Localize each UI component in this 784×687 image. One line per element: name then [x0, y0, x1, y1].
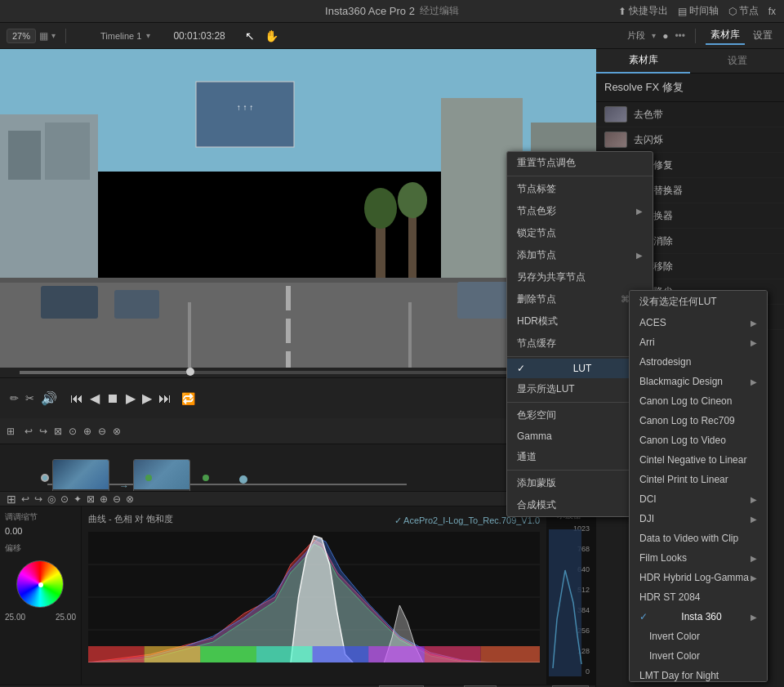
lut-hdr-hlg[interactable]: HDR Hybrid Log-Gamma▶ — [630, 568, 767, 587]
audio-icon[interactable]: 🔊 — [41, 390, 57, 406]
lut-cintel-neg[interactable]: Cintel Negative to Linear — [630, 450, 767, 470]
svg-rect-3 — [45, 123, 90, 180]
cm-node-label[interactable]: 节点标签 — [507, 178, 653, 200]
select-tool[interactable]: ↖ — [245, 29, 255, 42]
loop-icon[interactable]: 🔁 — [181, 392, 195, 405]
svg-rect-29 — [313, 646, 369, 662]
play-icon[interactable]: ▶ — [126, 390, 136, 406]
step-back-icon[interactable]: ◀ — [90, 390, 100, 406]
node-button[interactable]: ⬡ 节点 — [728, 4, 759, 18]
cm-sep-1 — [507, 176, 653, 176]
node-tool-5[interactable]: ⊙ — [69, 426, 77, 437]
svg-rect-27 — [200, 646, 256, 662]
cm-save-shared[interactable]: 另存为共享节点 — [507, 266, 653, 288]
lut-cintel-print[interactable]: Cintel Print to Linear — [630, 470, 767, 489]
stop-icon[interactable]: ⏹ — [106, 391, 119, 406]
cm-reset-color[interactable]: 重置节点调色 — [507, 152, 653, 174]
lut-arri[interactable]: Arri▶ — [630, 332, 767, 352]
tab-settings[interactable]: 设置 — [748, 27, 777, 44]
progress-track[interactable] — [20, 371, 576, 374]
color-tool-6[interactable]: ✦ — [74, 493, 82, 505]
segment-dropdown[interactable]: ▾ — [652, 31, 656, 40]
skip-forward-icon[interactable]: ⏭ — [158, 391, 172, 406]
color-tool-7[interactable]: ⊠ — [87, 493, 95, 505]
step-forward-icon[interactable]: ▶ — [142, 390, 152, 406]
lut-dci[interactable]: DCI▶ — [630, 489, 767, 509]
hand-tool[interactable]: ✋ — [265, 29, 278, 42]
lut-canon-cineon[interactable]: Canon Log to Cineon — [630, 391, 767, 411]
cm-node-color[interactable]: 节点色彩▶ — [507, 200, 653, 222]
pencil-icon[interactable]: ✏ — [10, 392, 19, 404]
color-tool-1[interactable]: ⊞ — [7, 493, 16, 506]
adjustment-value: 0.00 — [5, 526, 76, 536]
wheel-center-dot — [38, 582, 43, 587]
offset-label: 偏移 — [5, 542, 76, 554]
fx-item-deband[interactable]: 去色带 — [596, 102, 784, 127]
waveform-scale: 1023 768 640 512 384 256 128 0 — [549, 521, 594, 685]
zoom-dropdown[interactable]: ▾ — [51, 31, 56, 40]
color-tool-3[interactable]: ↪ — [34, 493, 42, 505]
node-tool-1[interactable]: ⊞ — [7, 426, 15, 437]
node-input-dot — [41, 474, 49, 482]
node-1[interactable]: 01 — [52, 459, 109, 491]
color-wheel-container[interactable] — [16, 560, 65, 609]
lut-invert-1[interactable]: Invert Color — [630, 627, 767, 646]
toolbar-more[interactable]: ••• — [675, 30, 685, 42]
histogram — [88, 532, 540, 662]
color-tool-4[interactable]: ◎ — [47, 493, 56, 505]
lut-data-video[interactable]: Data to Video with Clip — [630, 529, 767, 548]
svg-rect-20 — [188, 302, 191, 368]
lut-hdr-st[interactable]: HDR ST 2084 — [630, 587, 767, 607]
color-panel: ⊞ ↩ ↪ ◎ ⊙ ✦ ⊠ ⊕ ⊖ ⊗ 示波器 调调缩节 0.00 偏移 — [0, 491, 595, 687]
lut-canon-video[interactable]: Canon Log to Video — [630, 430, 767, 450]
app-title: Insta360 Ace Pro 2 — [325, 5, 415, 17]
node-tool-7[interactable]: ⊖ — [98, 426, 106, 437]
blade-icon[interactable]: ✂ — [25, 392, 34, 404]
lut-astro[interactable]: Astrodesign — [630, 352, 767, 372]
cm-lock-node[interactable]: 锁定节点 — [507, 222, 653, 244]
tab-settings-panel[interactable]: 设置 — [690, 49, 784, 73]
progress-thumb[interactable] — [186, 368, 194, 376]
wheel-values: 25.00 25.00 — [5, 613, 76, 622]
lut-insta360[interactable]: Insta 360▶ — [630, 607, 767, 627]
node-tool-4[interactable]: ⊠ — [54, 426, 62, 437]
node-tool-3[interactable]: ↪ — [39, 426, 47, 437]
curve-title: 曲线 - 色相 对 饱和度 — [88, 513, 173, 525]
fx-button[interactable]: fx — [768, 6, 776, 17]
export-icon: ⬆ — [618, 6, 626, 17]
timeline-dropdown-icon[interactable]: ▾ — [146, 31, 150, 40]
color-tool-2[interactable]: ↩ — [21, 493, 29, 505]
color-tool-9[interactable]: ⊖ — [113, 493, 121, 505]
lut-bmd[interactable]: Blackmagic Design▶ — [630, 372, 767, 391]
node-tool-2[interactable]: ↩ — [24, 426, 33, 437]
lut-none[interactable]: 没有选定任何LUT — [630, 291, 767, 313]
lut-canon-rec709[interactable]: Canon Log to Rec709 — [630, 411, 767, 430]
node-tool-6[interactable]: ⊕ — [83, 426, 91, 437]
color-tool-8[interactable]: ⊕ — [100, 493, 108, 505]
skip-back-icon[interactable]: ⏮ — [70, 391, 83, 406]
timeline-button[interactable]: ▤ 时间轴 — [678, 4, 719, 18]
curve-panel: 曲线 - 色相 对 饱和度 ✓ AcePro2_I-Log_To_Rec.709… — [82, 506, 546, 685]
timecode-section: 00:01:03:28 — [173, 30, 225, 42]
fx-item-deflicker[interactable]: 去闪烁 — [596, 127, 784, 153]
cm-lut-check: ✓ — [517, 363, 525, 374]
zoom-value[interactable]: 27% — [7, 29, 36, 43]
tab-media-library[interactable]: 素材库 — [596, 48, 690, 74]
divider-1 — [65, 29, 66, 43]
lut-film[interactable]: Film Looks▶ — [630, 548, 767, 568]
node-2[interactable]: 02. B — [133, 459, 190, 491]
green-dot-2 — [203, 475, 209, 481]
color-adjustments: 调调缩节 0.00 偏移 25.00 25.00 — [0, 506, 82, 685]
export-button[interactable]: ⬆ 快捷导出 — [618, 4, 668, 18]
lut-aces[interactable]: ACES▶ — [630, 313, 767, 332]
fx-label-deband: 去色带 — [634, 108, 663, 122]
lut-lmt-day[interactable]: LMT Day for Night — [630, 666, 767, 682]
lut-invert-2[interactable]: Invert Color — [630, 646, 767, 666]
timecode: 00:01:03:28 — [173, 30, 225, 42]
lut-dji[interactable]: DJI▶ — [630, 509, 767, 529]
color-tool-10[interactable]: ⊗ — [126, 493, 134, 505]
color-tool-5[interactable]: ⊙ — [60, 493, 69, 505]
node-tool-8[interactable]: ⊗ — [113, 426, 121, 437]
tab-media[interactable]: 素材库 — [706, 26, 745, 45]
cm-add-node[interactable]: 添加节点▶ — [507, 244, 653, 266]
